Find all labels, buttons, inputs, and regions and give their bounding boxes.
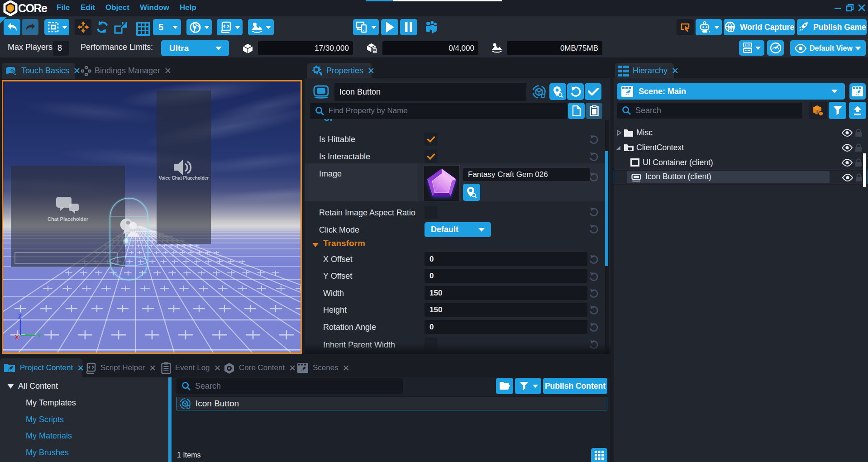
svg-text:CORe: CORe xyxy=(18,2,48,14)
svg-text:X: X xyxy=(15,334,19,340)
svg-text:Y: Y xyxy=(37,332,41,339)
svg-text:Z: Z xyxy=(18,313,22,320)
